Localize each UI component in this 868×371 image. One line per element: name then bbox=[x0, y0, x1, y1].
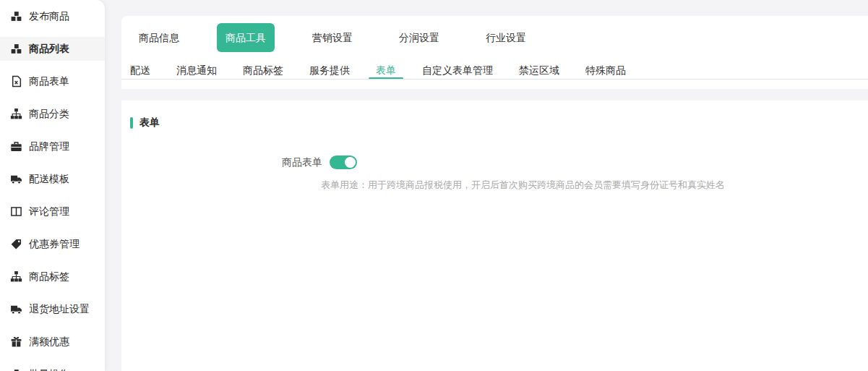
secondary-tab-bar: 配送消息通知商品标签服务提供表单自定义表单管理禁运区域特殊商品 bbox=[130, 65, 626, 80]
sidebar-item-label: 优惠券管理 bbox=[29, 238, 80, 251]
sidebar-item[interactable]: 商品标签 bbox=[0, 260, 105, 293]
secondary-tab[interactable]: 消息通知 bbox=[176, 65, 217, 80]
sidebar-item[interactable]: 发布商品 bbox=[0, 0, 105, 33]
section-title: 表单 bbox=[139, 116, 160, 129]
sidebar: 发布商品商品列表商品表单商品分类品牌管理配送模板评论管理优惠券管理商品标签退货地… bbox=[0, 0, 105, 371]
product-form-label: 商品表单 bbox=[121, 156, 322, 169]
secondary-tab[interactable]: 商品标签 bbox=[243, 65, 283, 80]
sidebar-item[interactable]: 批量操作 bbox=[0, 358, 105, 371]
form-help-text: 表单用途：用于跨境商品报税使用，开启后首次购买跨境商品的会员需要填写身份证号和真… bbox=[321, 179, 868, 192]
sidebar-item-label: 商品表单 bbox=[29, 75, 69, 88]
secondary-tab[interactable]: 禁运区域 bbox=[519, 65, 559, 80]
section-accent-bar bbox=[130, 117, 133, 129]
section-header: 表单 bbox=[121, 101, 868, 129]
truck-icon bbox=[10, 173, 22, 185]
sidebar-item-label: 商品标签 bbox=[29, 270, 69, 283]
tabs-card: 商品信息商品工具营销设置分润设置行业设置 配送消息通知商品标签服务提供表单自定义… bbox=[121, 16, 868, 89]
secondary-tab[interactable]: 表单 bbox=[376, 65, 396, 80]
content-panel: 表单 商品表单 表单用途：用于跨境商品报税使用，开启后首次购买跨境商品的会员需要… bbox=[121, 101, 868, 371]
product-form-toggle[interactable] bbox=[330, 155, 357, 169]
sidebar-item[interactable]: 优惠券管理 bbox=[0, 228, 105, 260]
sidebar-item[interactable]: 商品列表 bbox=[0, 33, 105, 65]
cubes-icon bbox=[10, 43, 22, 55]
primary-tab[interactable]: 营销设置 bbox=[304, 23, 361, 52]
sidebar-item[interactable]: 品牌管理 bbox=[0, 130, 105, 163]
sidebar-item[interactable]: 退货地址设置 bbox=[0, 293, 105, 325]
secondary-tab[interactable]: 服务提供 bbox=[309, 65, 350, 80]
sidebar-item-label: 商品分类 bbox=[29, 108, 69, 121]
sidebar-item-label: 商品列表 bbox=[29, 43, 69, 56]
sidebar-item[interactable]: 评论管理 bbox=[0, 195, 105, 228]
sidebar-item[interactable]: 商品分类 bbox=[0, 98, 105, 130]
cubes-icon bbox=[10, 10, 22, 22]
gift-icon bbox=[10, 336, 22, 348]
sidebar-item-label: 配送模板 bbox=[29, 173, 69, 186]
sidebar-item-label: 满额优惠 bbox=[29, 336, 69, 349]
briefcase-icon bbox=[10, 140, 22, 153]
sidebar-item[interactable]: 商品表单 bbox=[0, 65, 105, 98]
sidebar-item-label: 评论管理 bbox=[29, 205, 69, 218]
primary-tab[interactable]: 商品信息 bbox=[130, 23, 188, 52]
tag-icon bbox=[10, 238, 22, 250]
sidebar-item[interactable]: 满额优惠 bbox=[0, 325, 105, 358]
form-area: 商品表单 表单用途：用于跨境商品报税使用，开启后首次购买跨境商品的会员需要填写身… bbox=[121, 155, 868, 192]
cubes-icon bbox=[10, 368, 22, 371]
sidebar-item-label: 退货地址设置 bbox=[29, 303, 90, 316]
tabs-divider bbox=[121, 79, 868, 80]
sitemap-icon bbox=[10, 270, 22, 283]
form-row: 商品表单 bbox=[121, 155, 868, 169]
secondary-tab[interactable]: 特殊商品 bbox=[585, 65, 626, 80]
columns-icon bbox=[10, 205, 22, 218]
truck-icon bbox=[10, 303, 22, 315]
sitemap-icon bbox=[10, 108, 22, 120]
file-excel-icon bbox=[10, 75, 22, 88]
sidebar-item-label: 品牌管理 bbox=[29, 140, 69, 153]
toggle-knob bbox=[345, 157, 356, 168]
primary-tab[interactable]: 分润设置 bbox=[390, 23, 448, 52]
secondary-tab[interactable]: 配送 bbox=[130, 65, 150, 80]
primary-tab[interactable]: 商品工具 bbox=[217, 23, 275, 52]
primary-tab[interactable]: 行业设置 bbox=[477, 23, 535, 52]
sidebar-item-label: 批量操作 bbox=[29, 368, 69, 371]
sidebar-item[interactable]: 配送模板 bbox=[0, 163, 105, 195]
secondary-tab[interactable]: 自定义表单管理 bbox=[422, 65, 493, 80]
primary-tab-bar: 商品信息商品工具营销设置分润设置行业设置 bbox=[121, 16, 868, 52]
sidebar-item-label: 发布商品 bbox=[29, 10, 69, 23]
